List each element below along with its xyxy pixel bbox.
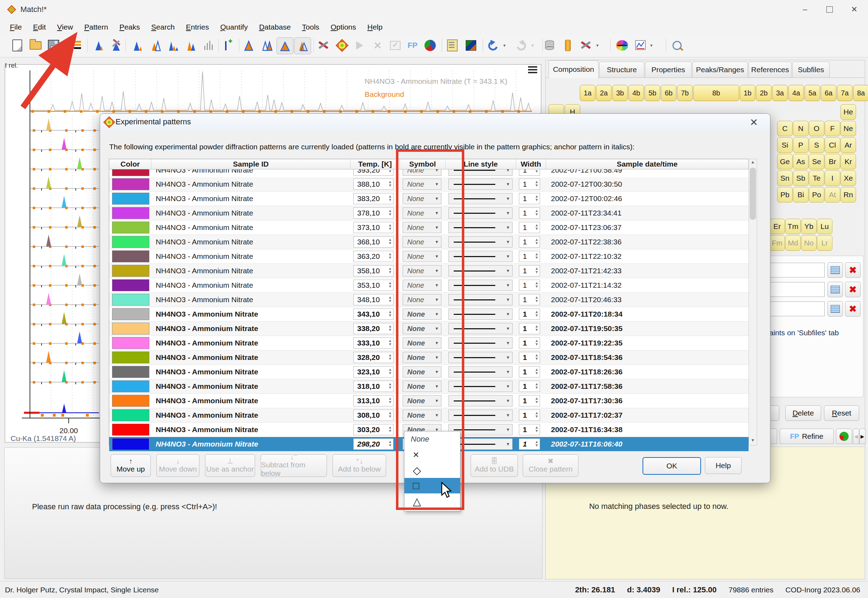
pattern-row-13[interactable]: NH4NO3 - Ammonium Nitrate328,20▲▼None▼▼1…: [109, 350, 748, 365]
spinner-arrows-icon[interactable]: ▲▼: [388, 223, 392, 231]
symbol-combo[interactable]: None▼: [403, 323, 441, 334]
menu-pattern[interactable]: Pattern: [79, 21, 113, 33]
spinner-arrows-icon[interactable]: ▲▼: [388, 367, 392, 375]
spinner-arrows-icon[interactable]: ▲▼: [388, 440, 392, 447]
width-spinner[interactable]: 1▲▼: [519, 251, 540, 262]
temp-spinner[interactable]: 363,20▲▼: [353, 251, 394, 262]
spinner-arrows-icon[interactable]: ▲▼: [535, 281, 539, 289]
tab-peaksranges[interactable]: Peaks/Ranges: [692, 61, 748, 78]
line-style-combo[interactable]: ▼: [449, 294, 513, 305]
save-file-icon[interactable]: [45, 37, 61, 54]
line-style-combo[interactable]: ▼: [449, 251, 513, 262]
pattern-row-11[interactable]: NH4NO3 - Ammonium Nitrate338,20▲▼None▼▼1…: [109, 321, 748, 336]
delete-entries-icon[interactable]: ✕: [370, 37, 386, 54]
pie-chart-icon[interactable]: [422, 37, 438, 54]
line-style-combo[interactable]: ▼: [449, 169, 513, 176]
open-file-icon[interactable]: [27, 37, 44, 54]
line-style-combo[interactable]: ▼: [449, 366, 513, 378]
width-spinner[interactable]: 1▲▼: [519, 193, 540, 204]
color-swatch[interactable]: [112, 351, 150, 363]
tab-subfiles[interactable]: Subfiles: [792, 61, 830, 78]
col-header-linestyle[interactable]: Line style: [446, 159, 516, 169]
menu-entries[interactable]: Entries: [181, 21, 214, 33]
symbol-combo[interactable]: None▼: [403, 337, 441, 349]
redo-dd-icon[interactable]: ▼: [525, 37, 541, 54]
spinner-arrows-icon[interactable]: ▲▼: [535, 295, 539, 303]
fp-icon[interactable]: FP: [404, 37, 421, 54]
color-swatch[interactable]: [112, 337, 150, 349]
fit-a-icon[interactable]: [241, 37, 257, 54]
element-Ar[interactable]: Ar: [841, 138, 856, 153]
ok-button[interactable]: OK: [642, 457, 701, 475]
line-style-combo[interactable]: ▼: [449, 208, 513, 219]
color-swatch[interactable]: [112, 236, 150, 248]
spinner-arrows-icon[interactable]: ▲▼: [535, 208, 539, 216]
pattern-c-icon[interactable]: [165, 37, 181, 54]
color-swatch[interactable]: [112, 366, 150, 378]
spinner-arrows-icon[interactable]: ▲▼: [535, 411, 539, 419]
spinner-arrows-icon[interactable]: ▲▼: [388, 396, 392, 404]
search-icon[interactable]: [669, 37, 685, 54]
spinner-arrows-icon[interactable]: ▲▼: [535, 169, 539, 173]
scroll-up-icon[interactable]: ▲: [749, 160, 757, 167]
color-swatch[interactable]: [112, 323, 150, 335]
menu-search[interactable]: Search: [146, 21, 180, 33]
spinner-arrows-icon[interactable]: ▲▼: [388, 309, 392, 317]
spinner-arrows-icon[interactable]: ▲▼: [388, 425, 392, 433]
temp-spinner[interactable]: 333,10▲▼: [353, 337, 394, 349]
width-spinner[interactable]: 1▲▼: [519, 366, 540, 378]
temp-spinner[interactable]: 298,20▲▼: [353, 438, 394, 450]
spinner-arrows-icon[interactable]: ▲▼: [388, 238, 392, 245]
scroll-down-icon[interactable]: ▼: [749, 438, 757, 445]
element-Er[interactable]: Er: [769, 219, 785, 234]
pattern-row-10[interactable]: NH4NO3 - Ammonium Nitrate343,10▲▼None▼▼1…: [109, 307, 748, 321]
line-style-combo[interactable]: ▼: [449, 352, 513, 363]
pattern-list-icon[interactable]: [67, 37, 84, 54]
width-spinner[interactable]: 1▲▼: [519, 208, 540, 219]
color-swatch[interactable]: [112, 250, 150, 262]
temp-spinner[interactable]: 303,20▲▼: [353, 424, 394, 435]
group-8a[interactable]: 8a: [853, 85, 868, 101]
line-style-combo[interactable]: ▼: [449, 395, 513, 407]
symbol-option-square[interactable]: □: [404, 478, 460, 493]
edit-peaks-icon[interactable]: [108, 37, 124, 54]
element-Kr[interactable]: Kr: [841, 154, 856, 169]
group-4b[interactable]: 4b: [629, 85, 644, 101]
temp-spinner[interactable]: 353,10▲▼: [353, 280, 394, 291]
element-N[interactable]: N: [793, 121, 808, 136]
tab-composition[interactable]: Composition: [548, 60, 599, 78]
element-P[interactable]: P: [793, 138, 808, 153]
color-swatch[interactable]: [112, 438, 150, 450]
symbol-combo[interactable]: None▼: [403, 294, 441, 305]
color-swatch[interactable]: [112, 395, 150, 407]
line-style-combo[interactable]: ▼: [449, 179, 513, 190]
group-6b[interactable]: 6b: [661, 85, 676, 101]
element-Lu[interactable]: Lu: [817, 219, 832, 234]
table-select-button-2[interactable]: [828, 301, 843, 317]
element-As[interactable]: As: [793, 154, 808, 169]
pattern-row-16[interactable]: NH4NO3 - Ammonium Nitrate313,10▲▼None▼▼1…: [109, 394, 748, 408]
table-select-button-1[interactable]: [828, 282, 843, 297]
group-2a[interactable]: 2a: [596, 85, 612, 101]
element-Md[interactable]: Md: [785, 235, 801, 251]
menu-edit[interactable]: Edit: [28, 21, 51, 33]
width-spinner[interactable]: 1▲▼: [519, 352, 540, 363]
forward-icon[interactable]: [352, 37, 368, 54]
undo-dd-icon[interactable]: ▼: [496, 37, 513, 54]
symbol-option-none[interactable]: None: [404, 431, 460, 447]
symbol-combo[interactable]: None▼: [403, 381, 441, 392]
close-pattern-button[interactable]: ✖Close pattern: [523, 454, 578, 477]
tools-dd-icon[interactable]: ▼: [590, 37, 606, 54]
pattern-row-8[interactable]: NH4NO3 - Ammonium Nitrate353,10▲▼None▼▼1…: [109, 278, 748, 293]
spinner-arrows-icon[interactable]: ▲▼: [535, 309, 539, 317]
menu-file[interactable]: File: [5, 21, 27, 33]
tab-structure[interactable]: Structure: [599, 61, 644, 78]
menu-help[interactable]: Help: [362, 21, 388, 33]
group-2b[interactable]: 2b: [756, 85, 771, 101]
element-Sb[interactable]: Sb: [793, 170, 808, 186]
symbol-combo[interactable]: None▼: [403, 208, 441, 219]
color-swatch[interactable]: [112, 409, 150, 421]
pattern-d-icon[interactable]: [183, 37, 199, 54]
menu-view[interactable]: View: [52, 21, 78, 33]
group-6a[interactable]: 6a: [821, 85, 836, 101]
